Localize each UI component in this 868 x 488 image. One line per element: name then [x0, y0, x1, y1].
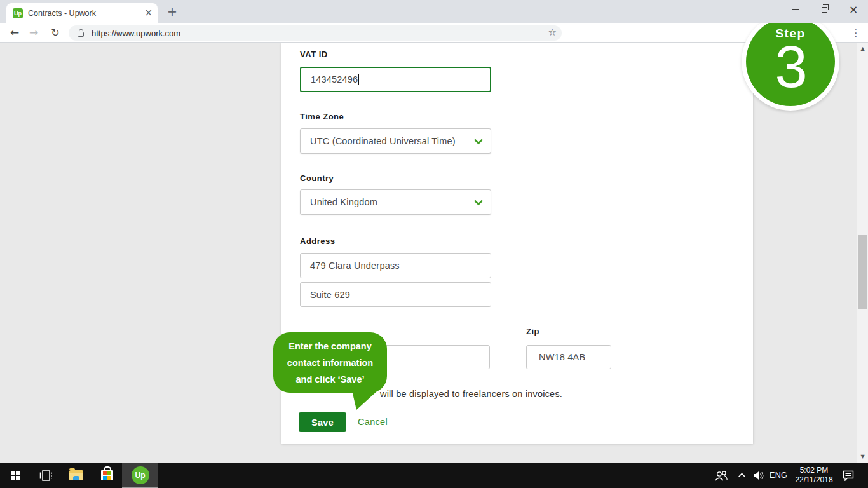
hidden-icons-button[interactable] — [733, 463, 750, 488]
speaker-icon — [754, 471, 764, 480]
tab-title: Contracts - Upwork — [28, 9, 142, 18]
show-desktop-button[interactable] — [865, 463, 868, 488]
windows-logo-icon — [11, 471, 20, 480]
start-button[interactable] — [0, 463, 31, 488]
text-caret — [358, 74, 359, 85]
browser-tab-strip: Up Contracts - Upwork × + × — [0, 0, 868, 23]
vat-id-value: 143452496 — [311, 74, 358, 85]
page-scrollbar[interactable]: ▲ ▼ — [857, 43, 868, 463]
microsoft-store-button[interactable] — [92, 463, 122, 488]
tray-date: 22/11/2018 — [795, 475, 832, 485]
close-icon: × — [849, 4, 858, 15]
timezone-value: UTC (Coordinated Universal Time) — [310, 136, 470, 146]
task-view-button[interactable] — [31, 463, 61, 488]
task-view-icon — [39, 470, 52, 482]
reload-button[interactable]: ↻ — [46, 24, 65, 41]
bookmark-star-icon[interactable]: ☆ — [548, 27, 557, 38]
step-badge: Step 3 — [746, 17, 835, 106]
tutorial-tooltip: Enter the company contact information an… — [273, 332, 387, 393]
scroll-up-icon[interactable]: ▲ — [857, 44, 868, 53]
new-tab-button[interactable]: + — [164, 4, 180, 20]
file-explorer-icon — [69, 470, 83, 480]
invoice-note-text: will be displayed to freelancers on invo… — [380, 389, 562, 399]
forward-button[interactable]: → — [24, 24, 43, 41]
zip-input[interactable]: NW18 4AB — [526, 345, 611, 369]
browser-toolbar: ← → ↻ https://www.upwork.com ☆ ⋮ — [0, 23, 868, 43]
address-bar[interactable]: https://www.upwork.com ☆ — [69, 25, 562, 41]
window-restore-button[interactable] — [810, 0, 839, 19]
restore-icon — [822, 7, 827, 13]
people-tray-button[interactable] — [712, 463, 729, 488]
browser-menu-icon[interactable]: ⋮ — [849, 25, 863, 41]
window-minimize-button[interactable] — [780, 0, 810, 19]
upwork-app-icon: Up — [132, 466, 149, 484]
tooltip-tail — [349, 391, 379, 410]
timezone-label: Time Zone — [300, 112, 344, 121]
cancel-link[interactable]: Cancel — [358, 417, 388, 427]
address-line2-value: Suite 629 — [310, 290, 350, 300]
address-line1-input[interactable]: 479 Clara Underpass — [300, 253, 491, 278]
file-explorer-button[interactable] — [61, 463, 92, 488]
tab-close-icon[interactable]: × — [144, 8, 153, 18]
country-label: Country — [300, 173, 334, 183]
back-button[interactable]: ← — [5, 24, 24, 41]
step-badge-ring: Step 3 — [742, 13, 839, 111]
scrollbar-thumb[interactable] — [858, 235, 867, 309]
window-close-button[interactable]: × — [839, 0, 868, 19]
scroll-down-icon[interactable]: ▼ — [857, 452, 868, 461]
window-controls: × — [780, 0, 868, 20]
country-value: United Kingdom — [310, 197, 377, 207]
https-lock-icon[interactable] — [78, 32, 84, 37]
windows-taskbar: Up ENG 5:02 PM 22/11/2018 — [0, 463, 868, 488]
browser-tab[interactable]: Up Contracts - Upwork × — [6, 3, 158, 23]
people-icon — [714, 470, 728, 481]
microsoft-store-icon — [101, 470, 113, 480]
volume-button[interactable] — [750, 463, 768, 488]
vat-id-input[interactable]: 143452496 — [300, 67, 491, 92]
step-badge-number: 3 — [746, 41, 835, 93]
clock-tray[interactable]: 5:02 PM 22/11/2018 — [789, 463, 839, 488]
chevron-down-icon — [473, 200, 484, 206]
tooltip-line2: contact information — [273, 355, 387, 371]
address-line2-input[interactable]: Suite 629 — [300, 282, 491, 307]
upwork-app-button[interactable]: Up — [122, 463, 158, 488]
upwork-favicon-icon: Up — [13, 8, 23, 18]
minimize-icon — [792, 9, 799, 10]
url-text: https://www.upwork.com — [92, 29, 180, 38]
chevron-up-icon — [738, 473, 746, 478]
zip-value: NW18 4AB — [539, 352, 585, 362]
language-indicator[interactable]: ENG — [768, 463, 789, 488]
timezone-select[interactable]: UTC (Coordinated Universal Time) — [300, 128, 491, 154]
address-label: Address — [300, 236, 336, 246]
zip-label: Zip — [526, 327, 539, 336]
tooltip-line3: and click ‘Save’ — [273, 371, 387, 388]
tray-time: 5:02 PM — [795, 466, 832, 475]
country-select[interactable]: United Kingdom — [300, 189, 491, 215]
chevron-down-icon — [473, 139, 484, 145]
vat-id-label: VAT ID — [300, 50, 328, 59]
tooltip-line1: Enter the company — [273, 338, 387, 355]
save-button[interactable]: Save — [299, 412, 346, 432]
action-center-icon — [843, 470, 854, 481]
address-line1-value: 479 Clara Underpass — [310, 261, 400, 271]
action-center-button[interactable] — [839, 463, 858, 488]
